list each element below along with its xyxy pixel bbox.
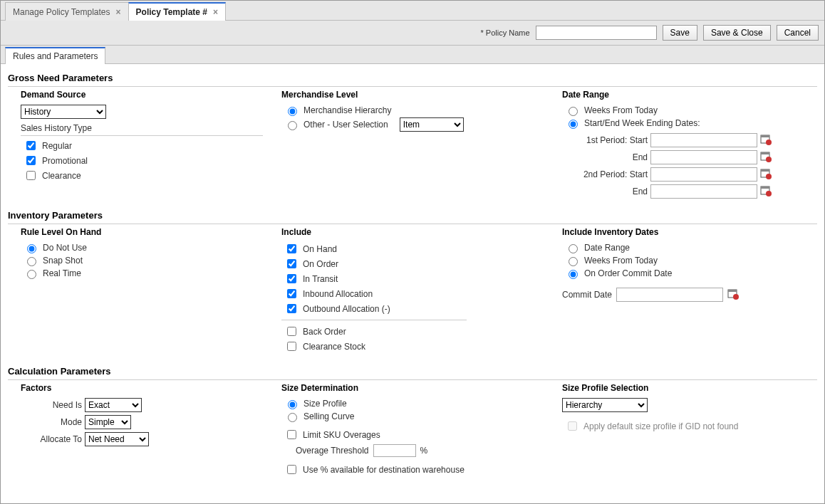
radio-selling-curve[interactable] — [288, 413, 297, 422]
radio-snap-shot[interactable] — [27, 257, 36, 266]
tab-policy-template[interactable]: Policy Template # × — [128, 2, 227, 21]
input-p2-end[interactable] — [650, 184, 757, 199]
allocate-to-select[interactable]: Net Need — [85, 432, 149, 446]
radio-real-time[interactable] — [27, 270, 36, 279]
policy-name-label: * Policy Name — [481, 28, 530, 37]
label-weeks-from-today: Weeks From Today — [584, 105, 658, 115]
section-calculation: Calculation Parameters — [8, 363, 817, 380]
input-p1-start[interactable] — [650, 133, 757, 147]
date-range-title: Date Range — [562, 90, 819, 102]
overage-threshold-label: Overage Threshold — [296, 446, 369, 456]
label-do-not-use: Do Not Use — [43, 243, 87, 253]
label-on-hand: On Hand — [303, 244, 337, 254]
label-limit-sku-overages: Limit SKU Overages — [303, 430, 380, 440]
sub-tabs-bar: Rules and Parameters — [1, 46, 824, 64]
percent-label: % — [420, 446, 428, 456]
label-promotional: Promotional — [42, 156, 88, 166]
demand-source-title: Demand Source — [21, 90, 264, 102]
label-back-order: Back Order — [303, 327, 346, 337]
checkbox-outbound-allocation[interactable] — [287, 304, 296, 313]
radio-inv-date-range[interactable] — [569, 244, 578, 253]
radio-inv-weeks[interactable] — [569, 257, 578, 266]
label-use-pct-available: Use % available for destination warehous… — [303, 465, 465, 475]
checkbox-apply-default-size-profile — [568, 421, 577, 431]
radio-size-profile[interactable] — [288, 400, 297, 409]
input-p2-start[interactable] — [650, 167, 757, 182]
label-merch-hierarchy: Merchandise Hierarchy — [303, 105, 391, 115]
tab-manage-policy-templates[interactable]: Manage Policy Templates × — [5, 2, 129, 21]
close-icon[interactable]: × — [213, 7, 218, 17]
label-selling-curve: Selling Curve — [303, 411, 354, 421]
tab-label: Manage Policy Templates — [13, 7, 110, 17]
save-close-button[interactable]: Save & Close — [703, 25, 771, 41]
label-clearance: Clearance — [42, 171, 81, 181]
label-real-time: Real Time — [43, 268, 81, 278]
label-inv-weeks: Weeks From Today — [584, 256, 658, 266]
calendar-icon[interactable] — [760, 168, 776, 182]
radio-do-not-use[interactable] — [27, 244, 36, 253]
label-apply-default-size-profile: Apply default size profile if GID not fo… — [583, 421, 738, 431]
save-button[interactable]: Save — [663, 25, 697, 41]
label-size-profile: Size Profile — [303, 399, 347, 409]
radio-commit-date[interactable] — [569, 270, 578, 279]
mode-select[interactable]: Simple — [85, 415, 131, 429]
label-commit-date: On Order Commit Date — [584, 268, 672, 278]
size-profile-select[interactable]: Hierarchy — [562, 398, 648, 412]
svg-rect-4 — [761, 152, 769, 154]
svg-rect-10 — [761, 187, 769, 189]
overage-threshold-input[interactable] — [373, 444, 416, 457]
tab-rules-parameters[interactable]: Rules and Parameters — [5, 47, 105, 64]
calendar-icon[interactable] — [760, 134, 776, 147]
rule-level-title: Rule Level On Hand — [21, 227, 264, 239]
policy-name-input[interactable] — [536, 26, 657, 40]
radio-start-end-dates[interactable] — [569, 120, 578, 129]
demand-source-select[interactable]: History — [21, 105, 106, 119]
radio-merch-hierarchy[interactable] — [288, 107, 297, 116]
label-in-transit: In Transit — [303, 274, 338, 284]
checkbox-on-hand[interactable] — [287, 244, 296, 253]
calendar-icon[interactable] — [760, 151, 776, 164]
cancel-button[interactable]: Cancel — [777, 25, 819, 41]
label-p1-start: 1st Period: Start — [576, 135, 648, 145]
checkbox-limit-sku-overages[interactable] — [287, 430, 296, 439]
checkbox-back-order[interactable] — [287, 327, 296, 336]
svg-rect-7 — [761, 169, 769, 172]
need-is-label: Need Is — [25, 400, 82, 410]
label-on-order: On Order — [303, 259, 338, 269]
radio-weeks-from-today[interactable] — [569, 107, 578, 116]
svg-rect-13 — [728, 290, 737, 292]
svg-point-2 — [766, 140, 772, 145]
size-profile-selection-title: Size Profile Selection — [562, 383, 819, 395]
size-determination-title: Size Determination — [281, 383, 545, 395]
include-inventory-dates-title: Include Inventory Dates — [562, 227, 819, 239]
checkbox-use-pct-available[interactable] — [287, 465, 296, 474]
need-is-select[interactable]: Exact — [85, 398, 142, 412]
checkbox-clearance[interactable] — [26, 171, 36, 180]
close-icon[interactable]: × — [116, 7, 121, 17]
top-tabs-bar: Manage Policy Templates × Policy Templat… — [1, 1, 824, 21]
svg-point-11 — [766, 191, 772, 196]
commit-date-label: Commit Date — [562, 290, 612, 300]
label-outbound-allocation: Outbound Allocation (-) — [303, 304, 390, 314]
checkbox-in-transit[interactable] — [287, 274, 296, 283]
svg-point-14 — [733, 294, 739, 300]
checkbox-regular[interactable] — [26, 141, 36, 150]
radio-merch-other[interactable] — [288, 121, 297, 130]
calendar-icon[interactable] — [727, 288, 739, 302]
svg-point-5 — [766, 157, 772, 162]
svg-point-8 — [766, 174, 772, 179]
label-clearance-stock: Clearance Stock — [303, 342, 365, 352]
section-inventory: Inventory Parameters — [8, 207, 817, 224]
commit-date-input[interactable] — [616, 288, 723, 302]
checkbox-clearance-stock[interactable] — [287, 342, 296, 351]
calendar-icon[interactable] — [760, 185, 776, 199]
input-p1-end[interactable] — [650, 150, 757, 164]
checkbox-inbound-allocation[interactable] — [287, 289, 296, 298]
include-title: Include — [281, 227, 545, 239]
merch-item-select[interactable]: Item — [400, 117, 464, 132]
allocate-to-label: Allocate To — [25, 434, 82, 444]
label-inv-date-range: Date Range — [584, 243, 630, 253]
label-regular: Regular — [42, 141, 72, 151]
checkbox-on-order[interactable] — [287, 259, 296, 268]
checkbox-promotional[interactable] — [26, 156, 36, 165]
